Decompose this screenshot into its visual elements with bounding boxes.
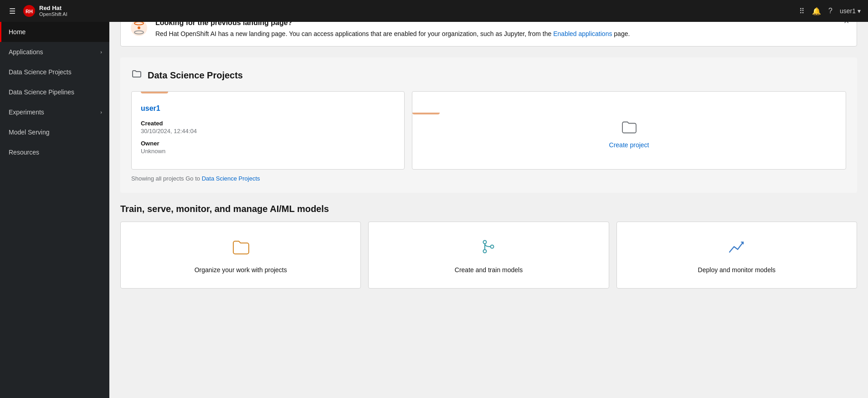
showing-all-projects-text: Showing all projects Go to Data Science … xyxy=(131,175,846,182)
project-name-link[interactable]: user1 xyxy=(141,104,395,113)
train-section: Train, serve, monitor, and manage AI/ML … xyxy=(120,204,857,289)
user-chevron-icon: ▾ xyxy=(858,7,861,15)
sidebar-label-applications: Applications xyxy=(9,48,43,56)
hamburger-menu[interactable]: ☰ xyxy=(7,5,17,17)
created-value: 30/10/2024, 12:44:04 xyxy=(141,128,395,134)
train-card-label: Create and train models xyxy=(455,266,523,274)
organize-card-label: Organize your work with projects xyxy=(195,266,287,274)
username-label: user1 xyxy=(840,7,856,15)
data-science-projects-section: Data Science Projects user1 Created 30/1… xyxy=(120,57,857,193)
deploy-chart-icon xyxy=(727,237,747,261)
project-card-user1: user1 Created 30/10/2024, 12:44:04 Owner… xyxy=(131,91,405,170)
sidebar-item-resources[interactable]: Resources xyxy=(0,142,109,162)
sidebar-label-resources: Resources xyxy=(9,149,39,156)
svg-point-8 xyxy=(483,250,487,253)
train-section-title: Train, serve, monitor, and manage AI/ML … xyxy=(120,204,857,214)
sidebar-item-model-serving[interactable]: Model Serving xyxy=(0,122,109,142)
sidebar-item-home[interactable]: Home xyxy=(0,22,109,42)
organize-folder-icon xyxy=(231,237,251,261)
goto-data-science-projects-link[interactable]: Data Science Projects xyxy=(202,175,260,182)
projects-section-title: Data Science Projects xyxy=(148,70,243,81)
top-navigation: ☰ RH Red Hat OpenShift AI ⠿ 🔔 ? user1 ▾ xyxy=(0,0,868,22)
brand-logo-area: RH Red Hat OpenShift AI xyxy=(23,5,67,18)
chevron-right-icon-experiments: › xyxy=(100,109,102,115)
user-menu[interactable]: user1 ▾ xyxy=(840,7,861,15)
chevron-right-icon: › xyxy=(100,49,102,55)
sidebar-label-data-science-projects: Data Science Projects xyxy=(9,68,72,76)
feature-cards-container: Organize your work with projects Create … xyxy=(120,222,857,289)
enabled-applications-link[interactable]: Enabled applications xyxy=(553,30,612,37)
feature-card-train[interactable]: Create and train models xyxy=(368,222,609,289)
bell-icon[interactable]: 🔔 xyxy=(812,7,821,16)
brand-text: Red Hat OpenShift AI xyxy=(39,5,67,18)
sidebar-item-experiments[interactable]: Experiments › xyxy=(0,102,109,122)
feature-card-organize[interactable]: Organize your work with projects xyxy=(120,222,361,289)
section-folder-icon xyxy=(131,68,142,82)
created-label: Created xyxy=(141,120,395,127)
owner-label: Owner xyxy=(141,140,395,147)
create-project-card[interactable]: Create project xyxy=(412,91,846,170)
redhat-logo-icon: RH xyxy=(23,5,36,17)
main-content: Looking for the previous landing page? R… xyxy=(109,0,868,300)
section-header: Data Science Projects xyxy=(131,68,846,82)
train-branch-icon xyxy=(478,237,498,261)
sidebar-item-data-science-pipelines[interactable]: Data Science Pipelines xyxy=(0,82,109,102)
help-icon[interactable]: ? xyxy=(828,7,832,15)
create-card-top-bar xyxy=(412,113,440,114)
sidebar-item-applications[interactable]: Applications › xyxy=(0,42,109,62)
project-cards-container: user1 Created 30/10/2024, 12:44:04 Owner… xyxy=(131,91,846,170)
sidebar-item-data-science-projects[interactable]: Data Science Projects xyxy=(0,62,109,82)
banner-body-prefix: Red Hat OpenShift AI has a new landing p… xyxy=(155,30,553,37)
owner-value: Unknown xyxy=(141,148,395,155)
sidebar-label-experiments: Experiments xyxy=(9,109,44,116)
svg-point-7 xyxy=(491,245,494,248)
sidebar-label-model-serving: Model Serving xyxy=(9,129,50,136)
create-folder-icon xyxy=(620,118,638,138)
svg-point-5 xyxy=(138,26,140,29)
grid-icon[interactable]: ⠿ xyxy=(799,7,805,16)
banner-body-suffix: page. xyxy=(612,30,630,37)
banner-body: Red Hat OpenShift AI has a new landing p… xyxy=(155,29,630,39)
sidebar-label-home: Home xyxy=(9,28,26,36)
deploy-card-label: Deploy and monitor models xyxy=(698,266,776,274)
create-project-link[interactable]: Create project xyxy=(609,141,649,149)
svg-text:RH: RH xyxy=(26,9,33,14)
feature-card-deploy[interactable]: Deploy and monitor models xyxy=(616,222,857,289)
sidebar: Home Applications › Data Science Project… xyxy=(0,22,109,300)
svg-point-6 xyxy=(483,241,487,244)
sidebar-label-data-science-pipelines: Data Science Pipelines xyxy=(9,88,74,96)
card-top-bar xyxy=(141,92,168,93)
